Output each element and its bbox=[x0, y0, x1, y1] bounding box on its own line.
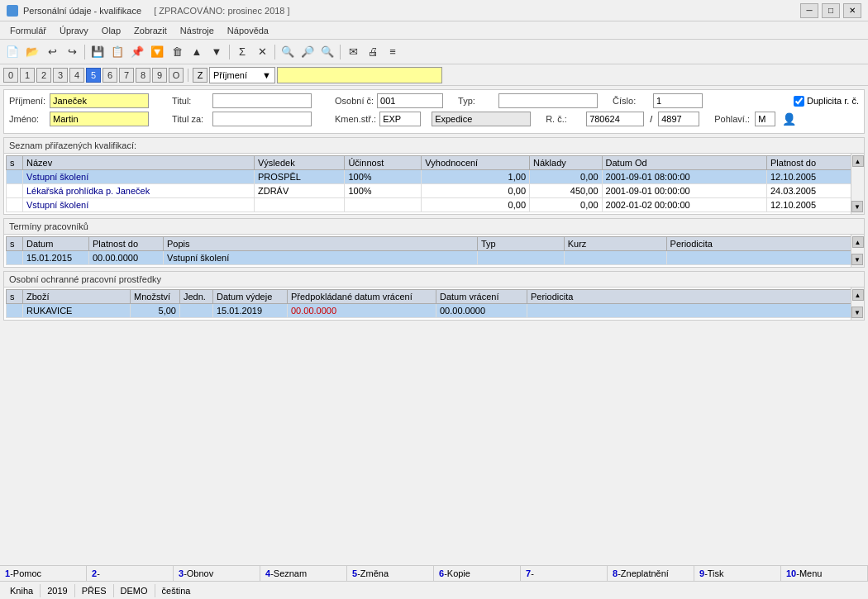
qual-row[interactable]: Vstupní školení 0,00 0,00 2002-01-02 00:… bbox=[7, 198, 862, 212]
ocol-mnozstvi: Množství bbox=[131, 290, 180, 304]
status-label-1: -Pomoc bbox=[10, 568, 41, 578]
nav-0[interactable]: 0 bbox=[3, 68, 18, 83]
titul-label: Titul: bbox=[172, 96, 209, 106]
nav-4[interactable]: 4 bbox=[69, 68, 84, 83]
tb-mail[interactable]: ✉ bbox=[344, 43, 362, 61]
scroll-up-oopp[interactable]: ▲ bbox=[852, 289, 864, 301]
tb-undo[interactable]: ↩ bbox=[43, 43, 61, 61]
qual-vyhodnoceni: 1,00 bbox=[422, 170, 530, 184]
menu-olap[interactable]: Olap bbox=[95, 24, 127, 37]
tb-x[interactable]: ✕ bbox=[253, 43, 271, 61]
maximize-button[interactable]: □ bbox=[822, 3, 840, 18]
terminy-content: s Datum Platnost do Popis Typ Kurz Perio… bbox=[4, 235, 864, 267]
tb-search1[interactable]: 🔍 bbox=[279, 43, 297, 61]
status-3[interactable]: 3-Obnov bbox=[174, 566, 260, 581]
col-naklady: Náklady bbox=[530, 156, 602, 170]
tb-open[interactable]: 📂 bbox=[23, 43, 41, 61]
tb-filter[interactable]: 🔽 bbox=[148, 43, 166, 61]
terminy-table: s Datum Platnost do Popis Typ Kurz Perio… bbox=[6, 236, 862, 265]
menu-formulary[interactable]: Formulář bbox=[3, 24, 53, 37]
qual-row[interactable]: Vstupní školení PROSPĚL 100% 1,00 0,00 2… bbox=[7, 170, 862, 184]
nav-field-dropdown[interactable]: Příjmení ▼ bbox=[209, 67, 275, 83]
tb-down[interactable]: ▼ bbox=[207, 43, 226, 61]
tb-delete[interactable]: 🗑 bbox=[168, 43, 186, 61]
term-popis: Vstupní školení bbox=[164, 251, 478, 265]
term-kurz bbox=[564, 251, 666, 265]
oopp-row[interactable]: RUKAVICE 5,00 15.01.2019 00.00.0000 00.0… bbox=[7, 304, 862, 318]
nav-2[interactable]: 2 bbox=[36, 68, 51, 83]
bottom-pres: PŘES bbox=[75, 584, 114, 597]
nav-o[interactable]: O bbox=[169, 68, 184, 83]
duplicita-checkbox-label[interactable]: Duplicita r. č. bbox=[794, 96, 859, 107]
expedice-input[interactable] bbox=[432, 112, 531, 126]
term-row[interactable]: 15.01.2015 00.00.0000 Vstupní školení bbox=[7, 251, 862, 265]
jmeno-input[interactable] bbox=[50, 112, 149, 126]
menu-upravy[interactable]: Úpravy bbox=[53, 24, 95, 37]
nav-9[interactable]: 9 bbox=[152, 68, 167, 83]
rc-input1[interactable] bbox=[586, 112, 644, 126]
qual-row[interactable]: Lékařská prohlídka p. Janeček ZDRÁV 100%… bbox=[7, 184, 862, 198]
status-label-4: -Seznam bbox=[270, 568, 307, 578]
qual-vyhodnoceni: 0,00 bbox=[422, 184, 530, 198]
close-button[interactable]: ✕ bbox=[843, 3, 861, 18]
status-9[interactable]: 9-Tisk bbox=[694, 566, 781, 581]
tb-search2[interactable]: 🔎 bbox=[298, 43, 317, 61]
scroll-down-oopp[interactable]: ▼ bbox=[851, 307, 863, 318]
nav-5[interactable]: 5 bbox=[86, 68, 101, 83]
scroll-up-qual[interactable]: ▲ bbox=[852, 155, 864, 167]
menu-zobrazit[interactable]: Zobrazit bbox=[127, 24, 174, 37]
scroll-down-term[interactable]: ▼ bbox=[851, 254, 863, 265]
duplicita-checkbox[interactable] bbox=[794, 96, 804, 107]
tb-paste[interactable]: 📌 bbox=[128, 43, 146, 61]
oopp-table: s Zboží Množství Jedn. Datum výdeje Před… bbox=[6, 289, 862, 318]
menu-nastroje[interactable]: Nástroje bbox=[174, 24, 221, 37]
tb-new[interactable]: 📄 bbox=[3, 43, 21, 61]
col-vyhodnoceni: Vyhodnocení bbox=[422, 156, 530, 170]
oopp-panel: Osobní ochranné pracovní prostředky s Zb… bbox=[3, 271, 865, 321]
tb-copy[interactable]: 📋 bbox=[108, 43, 126, 61]
scroll-bar-term[interactable]: ▲ ▼ bbox=[851, 235, 864, 267]
status-8[interactable]: 8-Zneplatnění bbox=[608, 566, 694, 581]
nav-search-input[interactable] bbox=[277, 67, 442, 83]
nav-6[interactable]: 6 bbox=[103, 68, 117, 83]
status-2[interactable]: 2- bbox=[87, 566, 174, 581]
osobnic-input[interactable] bbox=[377, 93, 443, 108]
status-10[interactable]: 10-Menu bbox=[781, 566, 868, 581]
status-label-8: -Zneplatnění bbox=[618, 568, 669, 578]
scroll-up-term[interactable]: ▲ bbox=[852, 236, 864, 248]
scroll-down-qual[interactable]: ▼ bbox=[851, 201, 863, 212]
bottom-status-bar: Kniha 2019 PŘES DEMO čeština bbox=[0, 581, 868, 599]
tb-redo[interactable]: ↪ bbox=[63, 43, 81, 61]
status-5[interactable]: 5-Změna bbox=[347, 566, 434, 581]
status-1[interactable]: 1-Pomoc bbox=[0, 566, 87, 581]
qual-s bbox=[7, 170, 23, 184]
cislo-input[interactable] bbox=[653, 93, 703, 108]
rc-input2[interactable] bbox=[658, 112, 699, 126]
typ-input[interactable] bbox=[498, 93, 598, 108]
minimize-button[interactable]: ─ bbox=[800, 3, 818, 18]
menu-napoveda[interactable]: Nápověda bbox=[221, 24, 275, 37]
nav-3[interactable]: 3 bbox=[53, 68, 68, 83]
titulza-input[interactable] bbox=[212, 112, 312, 126]
prijmeni-input[interactable] bbox=[50, 93, 149, 108]
nav-1[interactable]: 1 bbox=[20, 68, 35, 83]
scroll-bar-qual[interactable]: ▲ ▼ bbox=[851, 154, 864, 214]
tb-print[interactable]: 🖨 bbox=[364, 43, 382, 61]
status-4[interactable]: 4-Seznam bbox=[260, 566, 347, 581]
tb-list[interactable]: ≡ bbox=[384, 43, 402, 61]
nav-7[interactable]: 7 bbox=[119, 68, 134, 83]
cislo-label: Číslo: bbox=[613, 96, 650, 106]
typ-label: Typ: bbox=[458, 96, 495, 106]
nav-8[interactable]: 8 bbox=[136, 68, 150, 83]
tb-save[interactable]: 💾 bbox=[88, 43, 107, 61]
tb-sum[interactable]: Σ bbox=[233, 43, 251, 61]
pohlavi-input[interactable] bbox=[755, 112, 775, 126]
status-7[interactable]: 7- bbox=[521, 566, 608, 581]
nav-z[interactable]: Z bbox=[193, 68, 207, 83]
tb-up[interactable]: ▲ bbox=[188, 43, 206, 61]
tb-search3[interactable]: 🔍 bbox=[318, 43, 336, 61]
kmenstr-input[interactable] bbox=[379, 112, 421, 126]
titul-input[interactable] bbox=[212, 93, 312, 108]
status-6[interactable]: 6-Kopie bbox=[434, 566, 521, 581]
scroll-bar-oopp[interactable]: ▲ ▼ bbox=[851, 288, 864, 320]
